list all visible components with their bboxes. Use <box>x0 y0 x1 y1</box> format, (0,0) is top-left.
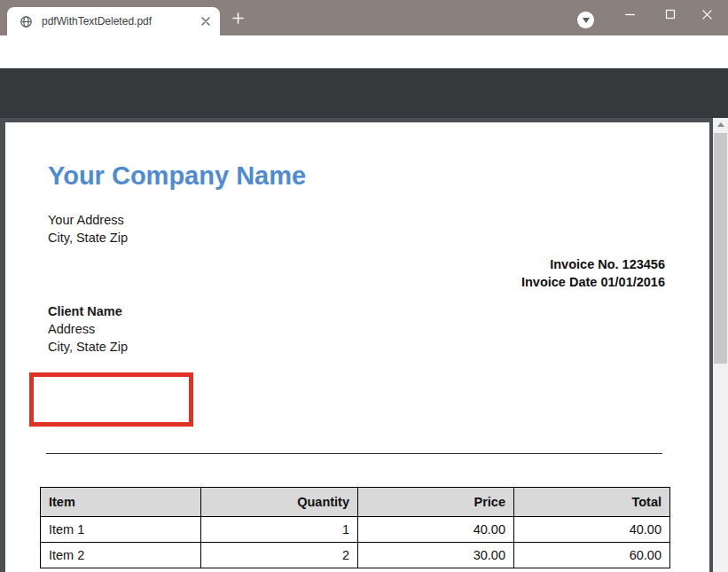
window-minimize-button[interactable] <box>616 5 643 23</box>
horizontal-divider <box>46 453 662 454</box>
vertical-scrollbar[interactable] <box>713 118 728 572</box>
invoice-items-table: Item Quantity Price Total Item 1 1 40.00… <box>40 487 670 568</box>
tab-title: pdfWithTextDeleted.pdf <box>42 15 199 27</box>
cell-price: 40.00 <box>358 517 514 543</box>
tab-strip: pdfWithTextDeleted.pdf <box>0 0 728 35</box>
client-address-line: Address <box>48 320 128 338</box>
pdf-page: Your Company Name Your Address City, Sta… <box>5 122 709 572</box>
client-name: Client Name <box>48 302 128 320</box>
company-address-line: Your Address <box>48 211 128 229</box>
table-row: Item 1 1 40.00 40.00 <box>41 517 670 543</box>
caret-down-icon <box>583 18 590 23</box>
page-favicon-globe-icon <box>20 15 33 28</box>
scrollbar-thumb[interactable] <box>714 133 727 364</box>
column-header-price: Price <box>358 488 514 517</box>
column-header-item: Item <box>41 488 201 517</box>
cell-quantity: 2 <box>201 543 358 568</box>
new-tab-button[interactable] <box>231 11 246 26</box>
scrollbar-up-arrow[interactable] <box>713 118 728 131</box>
tab-search-button[interactable] <box>577 12 594 28</box>
browser-tab[interactable]: pdfWithTextDeleted.pdf <box>7 7 220 35</box>
table-header-row: Item Quantity Price Total <box>41 488 670 517</box>
pdf-viewer-area: Your Company Name Your Address City, Sta… <box>0 118 728 572</box>
column-header-quantity: Quantity <box>201 488 358 517</box>
cell-item: Item 2 <box>41 543 201 568</box>
cell-total: 40.00 <box>514 517 670 543</box>
browser-navbar: pdf-temp-files.s3.amazonaws.com/418f1ce1… <box>0 35 728 68</box>
tab-close-icon[interactable] <box>199 14 213 28</box>
invoice-number: Invoice No. 123456 <box>521 255 665 273</box>
cell-total: 60.00 <box>514 543 670 568</box>
client-address-line: City, State Zip <box>48 338 128 356</box>
cell-item: Item 1 <box>41 517 201 543</box>
invoice-date: Invoice Date 01/01/2016 <box>521 273 665 291</box>
cell-quantity: 1 <box>201 517 358 543</box>
window-maximize-button[interactable] <box>657 5 684 23</box>
column-header-total: Total <box>514 488 670 517</box>
deleted-text-highlight-box <box>29 372 193 427</box>
company-address-line: City, State Zip <box>48 229 128 247</box>
cell-price: 30.00 <box>358 543 514 568</box>
company-address-block: Your Address City, State Zip <box>48 211 128 247</box>
client-address-block: Client Name Address City, State Zip <box>48 302 128 356</box>
company-name: Your Company Name <box>48 161 306 191</box>
window-close-button[interactable] <box>693 5 720 23</box>
pdf-toolbar: pdfWithTextDeleted.pdf 1 / 1 100% <box>0 68 728 118</box>
table-row: Item 2 2 30.00 60.00 <box>41 543 670 568</box>
invoice-meta-block: Invoice No. 123456 Invoice Date 01/01/20… <box>521 255 665 291</box>
